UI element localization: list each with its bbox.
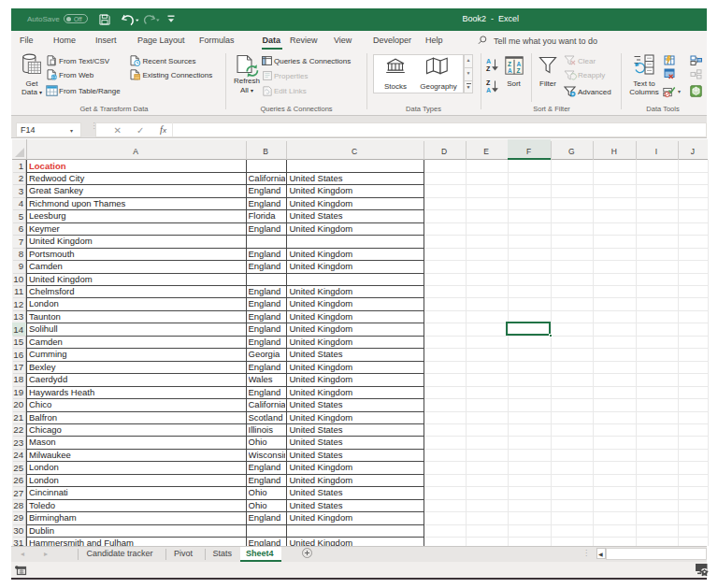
- svg-text:Z: Z: [486, 79, 491, 86]
- svg-text:Z: Z: [508, 61, 511, 67]
- svg-text:A: A: [508, 67, 512, 74]
- svg-text:Z: Z: [516, 67, 520, 74]
- svg-text:A: A: [516, 61, 521, 67]
- svg-text:A: A: [486, 58, 491, 65]
- svg-text:A: A: [486, 87, 491, 93]
- svg-text:Z: Z: [486, 65, 491, 72]
